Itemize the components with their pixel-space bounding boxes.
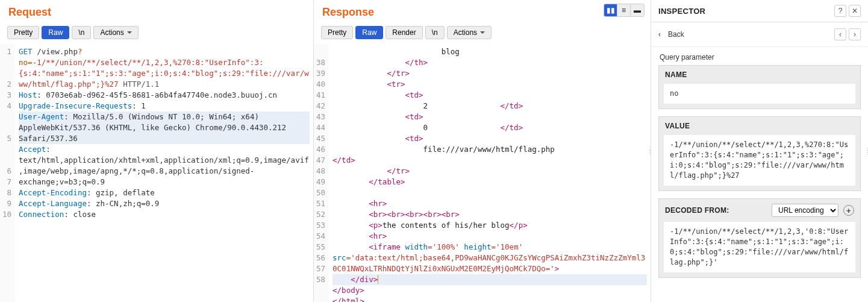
value-body[interactable]: -1/**/union/**/select/**/1,2,3,%270:8:"U…	[664, 135, 855, 186]
response-editor[interactable]: 3839404142434445464748495051525354555657…	[314, 44, 651, 302]
value-block: VALUE -1/**/union/**/select/**/1,2,3,%27…	[658, 116, 861, 191]
response-pane: ▮▮ ≡ ▬ Response Pretty Raw Render \n Act…	[314, 0, 651, 302]
request-heading: Request	[0, 0, 313, 24]
name-label: NAME	[659, 66, 860, 84]
request-pane: Request Pretty Raw \n Actions 1234567891…	[0, 0, 314, 302]
response-heading: Response	[314, 0, 651, 24]
section-label: Query parameter	[651, 47, 868, 65]
chevron-left-icon: ‹	[658, 30, 661, 39]
decoded-label: DECODED FROM:	[665, 206, 729, 215]
pretty-button[interactable]: Pretty	[7, 26, 39, 39]
value-label: VALUE	[659, 117, 860, 135]
back-button[interactable]: ‹ Back	[658, 30, 684, 39]
help-icon[interactable]: ?	[834, 5, 846, 17]
close-icon[interactable]: ✕	[849, 5, 861, 17]
view-toggle: ▮▮ ≡ ▬	[604, 4, 645, 17]
actions-dropdown[interactable]: Actions	[93, 26, 138, 39]
inspector-title: INSPECTOR	[658, 7, 705, 16]
back-label: Back	[668, 30, 684, 39]
request-editor[interactable]: 12345678910 GET /view.php?no=-1/**/union…	[0, 44, 313, 302]
render-button[interactable]: Render	[386, 26, 422, 39]
full-view-icon[interactable]: ▬	[631, 4, 644, 16]
decoded-block: DECODED FROM: URL encoding + -1/**/union…	[658, 198, 861, 278]
next-button[interactable]: ›	[849, 28, 861, 40]
list-view-icon[interactable]: ≡	[617, 4, 631, 16]
name-block: NAME no	[658, 65, 861, 109]
two-column-icon[interactable]: ▮▮	[604, 4, 617, 16]
actions-dropdown[interactable]: Actions	[447, 26, 492, 39]
decoding-select[interactable]: URL encoding	[772, 204, 838, 217]
inspector-pane: INSPECTOR ? ✕ ‹ Back ‹ › Query parameter…	[651, 0, 868, 302]
add-decoder-button[interactable]: +	[843, 205, 854, 216]
prev-button[interactable]: ‹	[834, 28, 846, 40]
response-toolbar: Pretty Raw Render \n Actions	[314, 24, 651, 44]
name-value[interactable]: no	[664, 84, 855, 104]
pane-resize-handle[interactable]: ⋮⋮	[649, 0, 652, 302]
raw-button[interactable]: Raw	[42, 26, 69, 39]
newline-button[interactable]: \n	[72, 26, 91, 39]
newline-button[interactable]: \n	[425, 26, 445, 39]
raw-button[interactable]: Raw	[355, 26, 383, 39]
request-toolbar: Pretty Raw \n Actions	[0, 24, 313, 44]
pretty-button[interactable]: Pretty	[321, 26, 353, 39]
decoded-body[interactable]: -1/**/union/**/select/**/1,2,3,'0:8:"Use…	[664, 222, 855, 272]
